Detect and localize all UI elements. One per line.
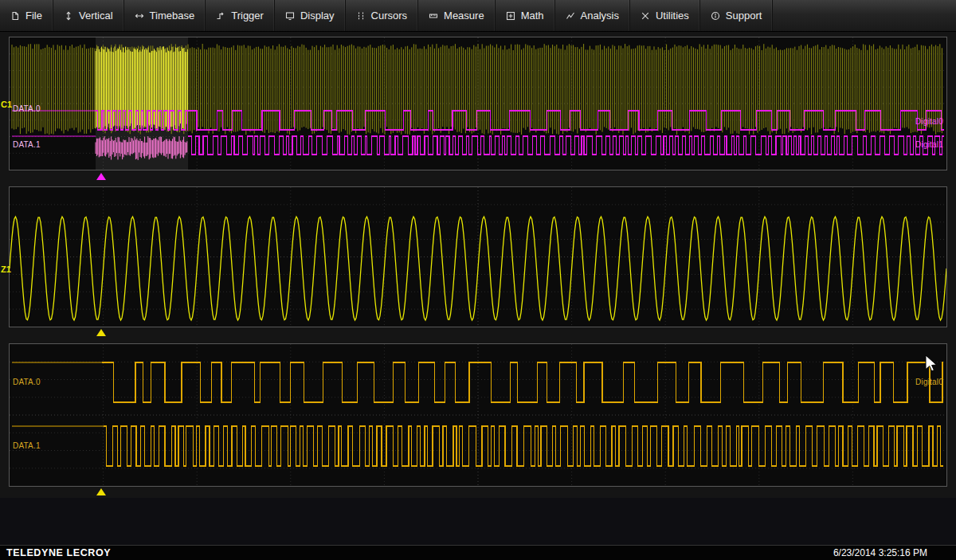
menu-analysis[interactable]: Analysis [555, 0, 630, 31]
menu-utilities[interactable]: Utilities [630, 0, 700, 31]
digital1-label: Digital1 [915, 140, 943, 149]
menu-label: Trigger [231, 10, 264, 22]
waveform-grid-zoom-analog[interactable] [9, 186, 947, 327]
c1-channel-marker[interactable]: C1 [1, 100, 12, 109]
datetime-display: 6/23/2014 3:25:16 PM [833, 547, 956, 558]
menu-label: Analysis [581, 10, 619, 22]
menu-support[interactable]: Support [700, 0, 774, 31]
menu-label: Measure [444, 10, 484, 22]
f1-zoom-position-marker[interactable] [96, 488, 106, 495]
descriptor-strip: C1 DC1M 20.0 mV/div -15.5 mV ofst Digita… [0, 498, 956, 545]
menu-label: Display [300, 10, 335, 22]
teledyne-lecroy-logo: TELEDYNE LECROY [0, 547, 111, 558]
menu-label: Vertical [79, 10, 113, 22]
status-bar: TELEDYNE LECROY 6/23/2014 3:25:16 PM [0, 545, 956, 560]
data0-label: DATA.0 [13, 378, 41, 386]
digital0-label: Digital0 [915, 117, 943, 126]
menu-vertical[interactable]: Vertical [53, 0, 124, 31]
cursors-icon [356, 11, 366, 21]
menu-bar: File Vertical Timebase Trigger Display C… [0, 0, 956, 32]
z1-zoom-position-marker[interactable] [96, 329, 106, 336]
trigger-icon [216, 11, 225, 21]
menu-file[interactable]: File [0, 0, 53, 31]
menu-cursors[interactable]: Cursors [346, 0, 419, 31]
data1-label: DATA.1 [13, 441, 41, 450]
math-icon [506, 11, 515, 21]
menu-timebase[interactable]: Timebase [124, 0, 206, 31]
display-icon [285, 11, 295, 21]
menu-label: Utilities [656, 10, 689, 22]
file-icon [10, 11, 20, 21]
z1-sine-waveform [10, 187, 946, 327]
menu-label: File [25, 10, 42, 22]
trigger-position-marker[interactable] [96, 173, 106, 180]
f1-digital-waveforms [10, 344, 946, 486]
data0-label: DATA.0 [13, 104, 41, 113]
measure-icon [429, 11, 438, 21]
utilities-icon [641, 11, 650, 21]
z1-channel-marker[interactable]: Z1 [1, 264, 11, 274]
waveform-grid-zoom-digital[interactable]: DATA.0 Digital0 DATA.1 [9, 343, 947, 487]
vertical-icon [64, 11, 73, 21]
support-icon [711, 11, 720, 21]
c1-and-digital-waveforms [10, 37, 946, 170]
menu-measure[interactable]: Measure [418, 0, 496, 31]
menu-trigger[interactable]: Trigger [206, 0, 275, 31]
menu-label: Timebase [150, 10, 195, 22]
menu-display[interactable]: Display [275, 0, 346, 31]
data1-label: DATA.1 [13, 140, 41, 149]
oscilloscope-app: File Vertical Timebase Trigger Display C… [0, 0, 956, 560]
menu-math[interactable]: Math [496, 0, 555, 31]
menu-label: Cursors [371, 10, 408, 22]
menu-label: Math [521, 10, 544, 22]
digital0-label: Digital0 [915, 378, 943, 386]
timebase-icon [135, 11, 144, 21]
waveform-grid-main[interactable]: DATA.0 Digital0 DATA.1 Digital1 [9, 37, 947, 170]
analysis-icon [566, 11, 575, 21]
menu-label: Support [726, 10, 762, 22]
scope-display: DATA.0 Digital0 DATA.1 Digital1 DATA.0 D… [0, 32, 956, 498]
mouse-cursor [924, 354, 938, 377]
